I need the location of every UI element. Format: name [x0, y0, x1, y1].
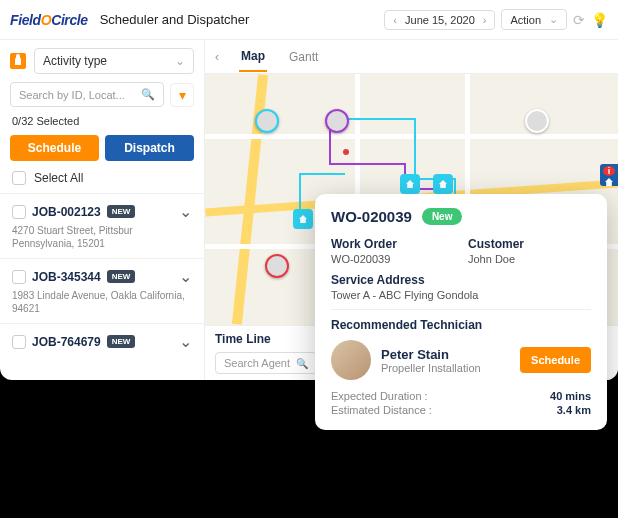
search-icon: 🔍 — [141, 88, 155, 101]
bulb-icon[interactable]: 💡 — [591, 12, 608, 28]
technician-marker[interactable] — [325, 109, 349, 133]
estimated-distance-label: Estimated Distance : — [331, 404, 432, 416]
customer-value: John Doe — [468, 253, 591, 265]
job-item: JOB-764679 NEW ⌄ — [0, 323, 204, 359]
new-badge: NEW — [107, 335, 136, 348]
technician-avatar — [331, 340, 371, 380]
filter-icon[interactable]: ▾ — [170, 83, 194, 107]
date-value: June 15, 2020 — [405, 14, 475, 26]
chevron-down-icon[interactable]: ⌄ — [179, 267, 192, 286]
expected-duration-value: 40 mins — [550, 390, 591, 402]
action-select[interactable]: Action ⌄ — [501, 9, 567, 30]
person-icon — [10, 53, 26, 69]
location-marker-icon[interactable] — [400, 174, 420, 194]
date-picker[interactable]: ‹ June 15, 2020 › — [384, 10, 495, 30]
dispatch-button[interactable]: Dispatch — [105, 135, 194, 161]
home-icon — [603, 178, 615, 186]
job-address: 1983 Lindale Avenue, Oakla California, 9… — [12, 289, 192, 315]
location-marker-icon[interactable] — [293, 209, 313, 229]
address-label: Service Address — [331, 273, 591, 287]
technician-marker[interactable] — [255, 109, 279, 133]
technician-marker[interactable] — [265, 254, 289, 278]
page-title: Scheduler and Dispatcher — [100, 12, 379, 27]
technician-name: Peter Stain — [381, 347, 510, 362]
refresh-icon[interactable]: ⟳ — [573, 12, 585, 28]
new-badge: NEW — [107, 205, 136, 218]
chevron-down-icon[interactable]: ⌄ — [179, 202, 192, 221]
location-marker-icon[interactable] — [433, 174, 453, 194]
tab-gantt[interactable]: Gantt — [287, 43, 320, 71]
current-location-dot — [343, 149, 349, 155]
selection-count: 0/32 Selected — [0, 115, 204, 135]
schedule-technician-button[interactable]: Schedule — [520, 347, 591, 373]
search-input[interactable]: Search by ID, Locat... 🔍 — [10, 82, 164, 107]
activity-type-select[interactable]: Activity type ⌄ — [34, 48, 194, 74]
job-item: JOB-345344 NEW ⌄ 1983 Lindale Avenue, Oa… — [0, 258, 204, 323]
back-icon[interactable]: ‹ — [215, 50, 219, 64]
sidebar: Activity type ⌄ Search by ID, Locat... 🔍… — [0, 40, 205, 380]
job-id: JOB-764679 — [32, 335, 101, 349]
job-item: JOB-002123 NEW ⌄ 4270 Stuart Street, Pit… — [0, 193, 204, 258]
address-value: Tower A - ABC Flying Gondola — [331, 289, 591, 301]
timeline-search-input[interactable]: Search Agent 🔍 — [215, 352, 317, 374]
job-checkbox[interactable] — [12, 205, 26, 219]
job-checkbox[interactable] — [12, 335, 26, 349]
job-checkbox[interactable] — [12, 270, 26, 284]
search-icon: 🔍 — [296, 358, 308, 369]
job-address: 4270 Stuart Street, Pittsbur Pennsylvani… — [12, 224, 192, 250]
work-order-value: WO-020039 — [331, 253, 454, 265]
date-next-icon[interactable]: › — [483, 14, 487, 26]
date-prev-icon[interactable]: ‹ — [393, 14, 397, 26]
technician-marker[interactable] — [525, 109, 549, 133]
chevron-down-icon: ⌄ — [175, 54, 185, 68]
chevron-down-icon[interactable]: ⌄ — [179, 332, 192, 351]
work-order-label: Work Order — [331, 237, 454, 251]
brand-logo: FieldOCircle — [10, 12, 88, 28]
info-badge-icon: i — [603, 166, 615, 176]
detail-id: WO-020039 — [331, 208, 412, 225]
work-order-detail-card: WO-020039 New Work Order WO-020039 Custo… — [315, 194, 607, 430]
tab-map[interactable]: Map — [239, 42, 267, 72]
select-all-checkbox[interactable] — [12, 171, 26, 185]
expected-duration-label: Expected Duration : — [331, 390, 428, 402]
chevron-down-icon: ⌄ — [549, 13, 558, 26]
schedule-button[interactable]: Schedule — [10, 135, 99, 161]
status-badge: New — [422, 208, 463, 225]
job-id: JOB-002123 — [32, 205, 101, 219]
job-id: JOB-345344 — [32, 270, 101, 284]
customer-label: Customer — [468, 237, 591, 251]
new-badge: NEW — [107, 270, 136, 283]
estimated-distance-value: 3.4 km — [557, 404, 591, 416]
recommended-technician-label: Recommended Technician — [331, 318, 591, 332]
select-all-label: Select All — [34, 171, 83, 185]
map-side-control[interactable]: i — [600, 164, 618, 186]
technician-role: Propeller Installation — [381, 362, 510, 374]
